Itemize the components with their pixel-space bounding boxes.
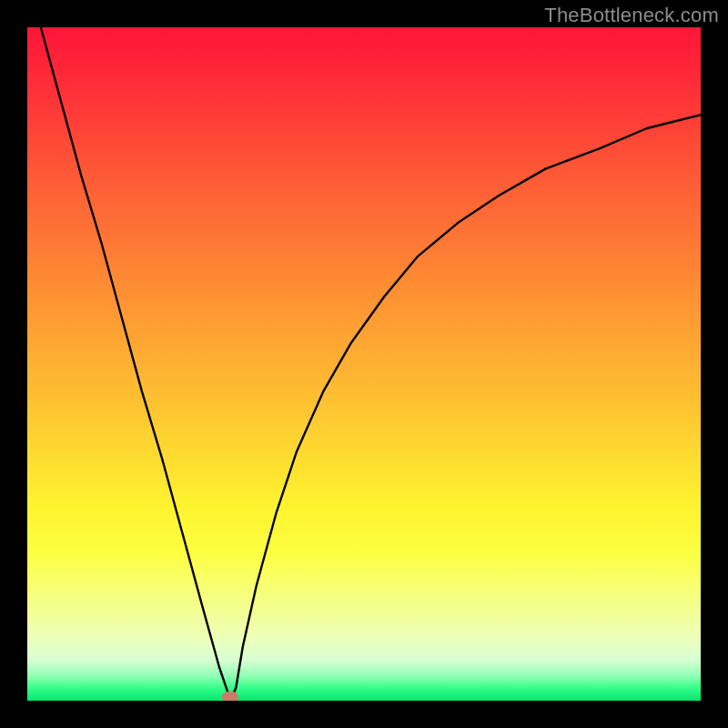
- optimal-marker: [222, 692, 238, 701]
- bottleneck-curve-path: [41, 27, 701, 701]
- plot-area: [27, 27, 701, 701]
- curve-layer: [27, 27, 701, 701]
- attribution-label: TheBottleneck.com: [544, 4, 719, 27]
- chart-root: TheBottleneck.com: [0, 0, 728, 728]
